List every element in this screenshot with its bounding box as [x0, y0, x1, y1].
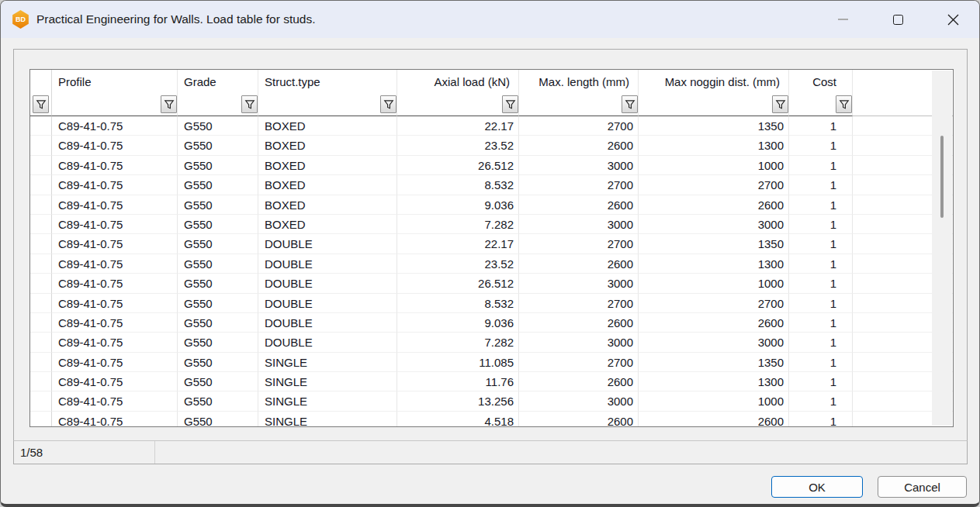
table-row[interactable]: C89-41-0.75G550BOXED7.282300030001	[30, 215, 953, 234]
cell-profile: C89-41-0.75	[52, 313, 178, 333]
row-selector[interactable]	[30, 215, 52, 234]
cell-struct-type: SINGLE	[258, 412, 397, 427]
cell-struct-type: DOUBLE	[258, 333, 397, 352]
column-header-cost[interactable]: Cost	[789, 70, 853, 93]
table-row[interactable]: C89-41-0.75G550DOUBLE9.036260026001	[30, 313, 953, 333]
filter-button-struct-type[interactable]	[380, 95, 397, 113]
cell-struct-type: SINGLE	[258, 353, 397, 372]
load-table: ProfileGradeStruct.typeAxial load (kN)Ma…	[29, 69, 954, 427]
cell-max-length: 2700	[519, 234, 639, 254]
titlebar[interactable]: BD Practical Engineering for Walls. Load…	[1, 1, 979, 38]
row-selector[interactable]	[30, 353, 52, 372]
cell-grade: G550	[178, 254, 258, 274]
cell-profile: C89-41-0.75	[52, 274, 178, 293]
table-row[interactable]: C89-41-0.75G550SINGLE11.76260013001	[30, 372, 953, 391]
column-header-axial-load[interactable]: Axial load (kN)	[397, 70, 519, 93]
cell-cost: 1	[789, 195, 853, 215]
cell-grade: G550	[178, 313, 258, 333]
row-selector[interactable]	[30, 136, 52, 155]
filter-cell-cost[interactable]	[789, 93, 853, 116]
column-header-grade[interactable]: Grade	[178, 70, 258, 93]
column-header-struct-type[interactable]: Struct.type	[258, 70, 397, 93]
cell-max-noggin-dist: 1350	[639, 116, 789, 136]
filter-button-cost[interactable]	[836, 95, 852, 113]
table-row[interactable]: C89-41-0.75G550BOXED8.532270027001	[30, 175, 953, 195]
cell-max-noggin-dist: 1300	[639, 372, 789, 391]
cell-grade: G550	[178, 136, 258, 155]
cell-max-length: 2600	[519, 136, 639, 155]
table-header-row: ProfileGradeStruct.typeAxial load (kN)Ma…	[30, 70, 953, 93]
scrollbar-thumb[interactable]	[940, 136, 944, 218]
cell-grade: G550	[178, 215, 258, 234]
cell-cost: 1	[789, 215, 853, 234]
table-row[interactable]: C89-41-0.75G550BOXED23.52260013001	[30, 136, 953, 155]
cell-max-length: 2600	[519, 254, 639, 274]
minimize-button[interactable]	[825, 1, 861, 38]
cell-max-length: 2600	[519, 313, 639, 333]
filter-button-profile[interactable]	[161, 95, 177, 113]
status-bar: 1/58	[13, 440, 968, 464]
cell-axial-load: 11.76	[397, 372, 519, 391]
filter-cell-max-length[interactable]	[519, 93, 639, 116]
column-header-profile[interactable]: Profile	[52, 70, 178, 93]
cell-max-length: 3000	[519, 391, 639, 411]
row-selector[interactable]	[30, 294, 52, 313]
cell-axial-load: 13.256	[397, 391, 519, 411]
row-selector[interactable]	[30, 175, 52, 195]
filter-button-axial-load[interactable]	[502, 95, 518, 113]
vertical-scrollbar[interactable]	[932, 71, 952, 426]
filter-cell-profile[interactable]	[52, 93, 178, 116]
filter-button-max-length[interactable]	[622, 95, 638, 113]
row-selector[interactable]	[30, 274, 52, 293]
filter-button-grade[interactable]	[241, 95, 258, 113]
filter-cell-max-noggin-dist[interactable]	[639, 93, 789, 116]
table-row[interactable]: C89-41-0.75G550SINGLE4.518260026001	[30, 412, 953, 427]
row-selector[interactable]	[30, 195, 52, 215]
table-row[interactable]: C89-41-0.75G550DOUBLE26.512300010001	[30, 274, 953, 293]
app-icon: BD	[12, 10, 29, 29]
table-row[interactable]: C89-41-0.75G550DOUBLE23.52260013001	[30, 254, 953, 274]
table-row[interactable]: C89-41-0.75G550BOXED26.512300010001	[30, 156, 953, 175]
table-row[interactable]: C89-41-0.75G550SINGLE13.256300010001	[30, 391, 953, 411]
table-row[interactable]: C89-41-0.75G550DOUBLE8.532270027001	[30, 294, 953, 313]
cell-struct-type: BOXED	[258, 136, 397, 155]
filter-cell-struct-type[interactable]	[258, 93, 397, 116]
table-row[interactable]: C89-41-0.75G550DOUBLE7.282300030001	[30, 333, 953, 352]
row-selector[interactable]	[30, 412, 52, 427]
cell-max-noggin-dist: 1300	[639, 254, 789, 274]
row-selector[interactable]	[30, 333, 52, 352]
cell-grade: G550	[178, 156, 258, 175]
table-row[interactable]: C89-41-0.75G550DOUBLE22.17270013501	[30, 234, 953, 254]
filter-button-selector[interactable]	[33, 95, 49, 113]
cell-cost: 1	[789, 136, 853, 155]
row-selector[interactable]	[30, 254, 52, 274]
close-button[interactable]	[935, 1, 971, 38]
cell-axial-load: 22.17	[397, 234, 519, 254]
cell-struct-type: DOUBLE	[258, 294, 397, 313]
cancel-button[interactable]: Cancel	[878, 476, 967, 498]
cell-grade: G550	[178, 195, 258, 215]
row-selector[interactable]	[30, 313, 52, 333]
cell-cost: 1	[789, 372, 853, 391]
table-row[interactable]: C89-41-0.75G550BOXED9.036260026001	[30, 195, 953, 215]
row-selector[interactable]	[30, 234, 52, 254]
row-selector[interactable]	[30, 116, 52, 136]
filter-button-max-noggin-dist[interactable]	[772, 95, 788, 113]
filter-cell-axial-load[interactable]	[397, 93, 519, 116]
cell-grade: G550	[178, 175, 258, 195]
table-row[interactable]: C89-41-0.75G550BOXED22.17270013501	[30, 116, 953, 136]
table-row[interactable]: C89-41-0.75G550SINGLE11.085270013501	[30, 353, 953, 372]
cell-profile: C89-41-0.75	[52, 175, 178, 195]
maximize-button[interactable]	[880, 1, 916, 38]
cell-max-length: 2700	[519, 175, 639, 195]
filter-cell-grade[interactable]	[178, 93, 258, 116]
row-selector[interactable]	[30, 156, 52, 175]
cell-profile: C89-41-0.75	[52, 294, 178, 313]
column-header-max-length[interactable]: Max. length (mm)	[519, 70, 639, 93]
cell-cost: 1	[789, 391, 853, 411]
column-header-max-noggin-dist[interactable]: Max noggin dist. (mm)	[639, 70, 789, 93]
row-selector[interactable]	[30, 372, 52, 391]
cell-axial-load: 9.036	[397, 195, 519, 215]
row-selector[interactable]	[30, 391, 52, 411]
ok-button[interactable]: OK	[771, 476, 863, 498]
